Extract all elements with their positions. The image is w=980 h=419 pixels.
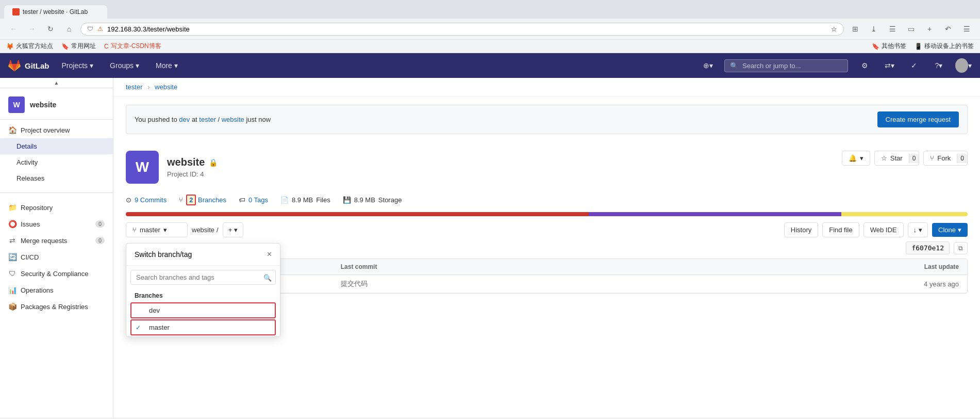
history-button[interactable]: History <box>784 222 818 237</box>
push-branch-link[interactable]: dev <box>179 116 190 123</box>
col-date: Last update <box>753 263 959 270</box>
sidebar-item-repository[interactable]: 📁 Repository <box>0 199 113 216</box>
menu-button[interactable]: ☰ <box>959 22 974 36</box>
commit-hash: f6070e12 <box>906 241 950 254</box>
path-breadcrumb: website / <box>192 226 219 234</box>
bookmark-3[interactable]: C 写文章-CSDN博客 <box>104 42 161 51</box>
notifications-button[interactable]: 🔔 ▾ <box>842 151 870 166</box>
sidebar-item-packages-registries[interactable]: 📦 Packages & Registries <box>0 298 113 315</box>
reload-button[interactable]: ↻ <box>43 22 58 36</box>
sidebar-item-details[interactable]: Details <box>0 138 113 154</box>
bookmark-1[interactable]: 🦊 火狐官方站点 <box>6 42 53 51</box>
path-name[interactable]: website <box>192 226 214 234</box>
project-id: Project ID: 4 <box>167 170 218 178</box>
branch-selector[interactable]: ⑂ master ▾ <box>126 222 188 237</box>
merge-icon: ⇄ <box>885 61 891 70</box>
branches-icon: ⑂ <box>179 196 183 204</box>
star-button[interactable]: ☆ Star 0 <box>874 151 920 166</box>
packages-icon: 📦 <box>8 302 16 311</box>
branches-link[interactable]: 2 Branches <box>186 196 226 204</box>
sidebar-item-merge-requests[interactable]: ⇄ Merge requests 0 <box>0 232 113 249</box>
security-icon: 🛡 <box>8 269 16 278</box>
active-tab[interactable]: tester / website · GitLab <box>4 5 107 19</box>
bookmarks-bar: 🦊 火狐官方站点 🔖 常用网址 C 写文章-CSDN博客 🔖 其他书签 📱 移动… <box>0 39 980 53</box>
global-search[interactable]: 🔍 Search or jump to... <box>724 59 848 72</box>
copy-commit-button[interactable]: ⧉ <box>954 242 968 254</box>
breadcrumb-website[interactable]: website <box>155 83 177 91</box>
more-chevron-icon: ▾ <box>174 61 178 70</box>
branch-item-dev[interactable]: dev <box>130 302 276 318</box>
push-notice: You pushed to dev at tester / website ju… <box>126 105 968 134</box>
sidebar-item-cicd[interactable]: 🔄 CI/CD <box>0 249 113 265</box>
gitlab-logo[interactable]: GitLab <box>8 59 49 72</box>
branch-search-input[interactable] <box>130 270 276 285</box>
push-user-link[interactable]: tester <box>199 116 216 123</box>
sidebar-section-tools: 📁 Repository ⭕ Issues 0 ⇄ Merge requests… <box>0 197 113 317</box>
push-project-link[interactable]: website <box>222 116 244 123</box>
push-branch: dev <box>179 116 192 123</box>
bookmark-2[interactable]: 🔖 常用网址 <box>61 42 96 51</box>
sidebar-project-name: website <box>30 101 56 109</box>
sidebar-button[interactable]: ▭ <box>904 22 918 36</box>
sidebar-item-operations[interactable]: 📊 Operations <box>0 282 113 298</box>
groups-chevron-icon: ▾ <box>136 61 139 70</box>
projects-chevron-icon: ▾ <box>90 61 93 70</box>
sidebar-section-main: 🏠 Project overview Details Activity Rele… <box>0 120 113 188</box>
tags-link[interactable]: 0 Tags <box>248 196 268 204</box>
details-label: Details <box>16 142 37 150</box>
nav-more[interactable]: More ▾ <box>152 59 182 72</box>
plus-icon: ⊕ <box>703 61 709 70</box>
todo-button[interactable]: ✓ <box>906 57 922 74</box>
sidebar-item-issues[interactable]: ⭕ Issues 0 <box>0 216 113 232</box>
create-merge-request-button[interactable]: Create merge request <box>877 111 959 127</box>
lock-icon: 🔒 <box>209 158 218 167</box>
user-menu-button[interactable]: ▾ <box>955 57 972 74</box>
sidebar-item-security-compliance[interactable]: 🛡 Security & Compliance <box>0 265 113 282</box>
commits-stat: ⊙ 9 Commits <box>126 196 167 204</box>
merge-requests-icon: ⇄ <box>8 236 16 245</box>
merge-requests-nav-button[interactable]: ⇄ ▾ <box>881 57 898 74</box>
branch-icon: ⑂ <box>132 226 137 234</box>
fork-button[interactable]: ⑂ Fork 0 <box>923 151 968 166</box>
sidebar-project-icon: W <box>8 96 25 113</box>
bookmark-other[interactable]: 🔖 其他书签 <box>872 42 906 51</box>
history-nav-button[interactable]: ↶ <box>941 22 955 36</box>
help-button[interactable]: ? ▾ <box>931 57 947 74</box>
download-button[interactable]: ↓ ▾ <box>908 222 928 237</box>
breadcrumb-tester[interactable]: tester <box>126 83 143 91</box>
forward-button[interactable]: → <box>25 22 39 36</box>
branch-item-master[interactable]: ✓ master <box>130 319 276 335</box>
sidebar-scroll-up[interactable]: ▲ <box>0 78 113 88</box>
sidebar-item-releases[interactable]: Releases <box>0 170 113 186</box>
nav-groups[interactable]: Groups ▾ <box>106 59 143 72</box>
help-icon: ? <box>935 61 939 70</box>
home-button[interactable]: ⌂ <box>62 22 76 36</box>
sidebar-item-project-overview[interactable]: 🏠 Project overview <box>0 122 113 138</box>
back-button[interactable]: ← <box>6 22 21 36</box>
master-check-icon: ✓ <box>136 324 144 331</box>
gitlab-logo-icon <box>8 59 21 72</box>
find-file-button[interactable]: Find file <box>822 222 859 237</box>
add-tab-button[interactable]: + <box>922 22 937 36</box>
admin-button[interactable]: ⚙ <box>856 57 873 74</box>
branch-dropdown-close-button[interactable]: × <box>267 250 272 259</box>
extensions-button[interactable]: ⊞ <box>848 22 862 36</box>
star-page-icon: ☆ <box>831 25 837 33</box>
nav-projects[interactable]: Projects ▾ <box>58 59 98 72</box>
project-info: W website 🔒 Project ID: 4 <box>126 151 218 184</box>
clone-button[interactable]: Clone ▾ <box>932 223 968 237</box>
commits-link[interactable]: 9 Commits <box>135 196 167 204</box>
web-ide-button[interactable]: Web IDE <box>863 222 904 237</box>
sidebar-item-activity[interactable]: Activity <box>0 154 113 170</box>
tags-stat: 🏷 0 Tags <box>239 196 268 204</box>
stats-bar: ⊙ 9 Commits ⑂ 2 Branches 🏷 0 Tags 📄 8.9 … <box>113 192 980 208</box>
security-icon: 🛡 <box>87 25 93 33</box>
current-branch: master <box>140 226 160 234</box>
address-bar[interactable]: 🛡 ⚠ 192.168.30.3/tester/website ☆ <box>80 23 844 36</box>
add-file-button[interactable]: + ▾ <box>223 222 244 237</box>
bookmark-mobile[interactable]: 📱 移动设备上的书签 <box>915 42 974 51</box>
reading-list-button[interactable]: ☰ <box>885 22 900 36</box>
project-overview-icon: 🏠 <box>8 126 16 134</box>
download-button[interactable]: ⤓ <box>867 22 881 36</box>
create-new-button[interactable]: ⊕ ▾ <box>700 57 716 74</box>
